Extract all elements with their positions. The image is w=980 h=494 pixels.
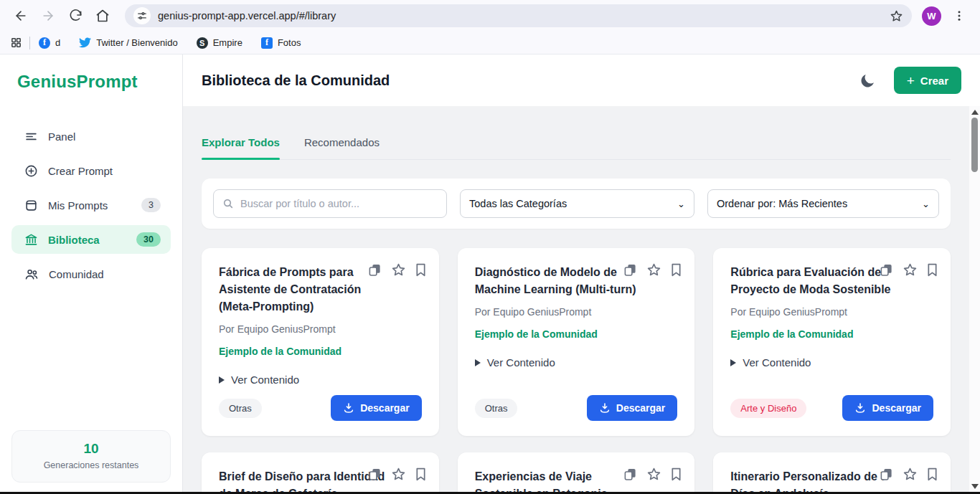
apps-grid-icon[interactable] (10, 37, 22, 49)
download-label: Descargar (360, 402, 410, 414)
tab-recomendados[interactable]: Recomendados (304, 136, 380, 159)
copy-icon[interactable] (368, 467, 382, 481)
download-icon (854, 402, 866, 414)
count-badge: 3 (141, 198, 161, 212)
url-text[interactable]: genius-prompt-app.vercel.app/#/library (158, 10, 890, 22)
bookmark-icon[interactable] (927, 263, 938, 277)
star-icon[interactable] (646, 467, 661, 482)
view-content-toggle[interactable]: Ver Contenido (730, 356, 933, 369)
bookmark-item-twitter[interactable]: Twitter / Bienvenido (79, 37, 177, 48)
copy-icon[interactable] (368, 263, 382, 277)
create-button[interactable]: + Crear (894, 67, 961, 94)
category-chip: Arte y Diseño (730, 399, 806, 418)
home-icon (95, 9, 110, 23)
bookmark-icon[interactable] (415, 263, 426, 277)
forward-arrow-icon (41, 9, 55, 23)
dark-mode-toggle[interactable] (858, 70, 878, 90)
kebab-menu-icon (953, 9, 966, 22)
card-title: Itinerario Personalizado de 7 Días en An… (730, 468, 904, 494)
scrollbar-thumb[interactable] (971, 118, 978, 172)
sidebar-item-label: Biblioteca (48, 234, 126, 246)
reload-icon (69, 9, 83, 23)
download-label: Descargar (872, 402, 921, 414)
category-select[interactable]: Todas las Categorías ⌄ (460, 189, 694, 218)
generations-label: Generaciones restantes (19, 460, 163, 470)
users-icon (24, 267, 39, 281)
prompt-card: Experiencias de Viaje Sostenible en Pata… (458, 452, 695, 494)
reload-button[interactable] (64, 4, 87, 27)
star-icon[interactable] (391, 467, 406, 482)
bookmark-item-d[interactable]: f d (39, 37, 60, 49)
card-author: Por Equipo GeniusPrompt (219, 323, 422, 335)
sidebar-item-comunidad[interactable]: Comunidad (11, 260, 171, 288)
library-icon (24, 233, 38, 247)
card-title-line: Experiencias de Viaje (475, 468, 649, 485)
copy-icon[interactable] (880, 263, 893, 277)
star-icon[interactable] (903, 262, 918, 277)
prompt-card: Fábrica de Prompts para Asistente de Con… (202, 248, 439, 436)
copy-icon[interactable] (880, 467, 893, 481)
view-content-label: Ver Contenido (743, 356, 811, 369)
bookmarks-separator (29, 37, 30, 49)
card-title: Diagnóstico de Modelo de Machine Learnin… (475, 264, 649, 298)
download-icon (343, 402, 354, 414)
card-tag-link[interactable]: Ejemplo de la Comunidad (219, 346, 422, 357)
sidebar-nav: Panel Crear Prompt Mis Prompts 3 Bibliot… (11, 122, 171, 288)
download-button[interactable]: Descargar (842, 395, 933, 421)
search-box[interactable] (213, 189, 447, 218)
sidebar-item-biblioteca[interactable]: Biblioteca 30 (11, 225, 171, 254)
prompt-card: Diagnóstico de Modelo de Machine Learnin… (458, 248, 695, 436)
vertical-scrollbar[interactable] (969, 106, 980, 494)
sidebar-item-panel[interactable]: Panel (11, 122, 171, 151)
bookmark-icon[interactable] (671, 467, 682, 481)
card-tag-link[interactable]: Ejemplo de la Comunidad (475, 328, 678, 340)
browser-menu-button[interactable] (948, 4, 971, 27)
bookmark-label: d (55, 37, 60, 48)
bookmark-item-fotos[interactable]: f Fotos (261, 37, 301, 49)
star-icon[interactable] (391, 262, 406, 277)
home-button[interactable] (91, 4, 114, 27)
view-content-toggle[interactable]: Ver Contenido (475, 356, 678, 369)
count-badge: 30 (136, 232, 161, 247)
download-button[interactable]: Descargar (331, 395, 422, 421)
address-bar[interactable]: genius-prompt-app.vercel.app/#/library (125, 4, 912, 27)
site-settings-icon[interactable] (133, 7, 151, 24)
star-icon[interactable] (903, 467, 918, 482)
copy-icon[interactable] (623, 263, 637, 277)
sort-select-value: Ordenar por: Más Recientes (717, 198, 922, 209)
sidebar: GeniusPrompt Panel Crear Prompt Mis Prom… (0, 54, 183, 494)
sidebar-item-label: Mis Prompts (48, 199, 131, 212)
app-window: GeniusPrompt Panel Crear Prompt Mis Prom… (0, 54, 980, 494)
copy-icon[interactable] (623, 467, 637, 481)
card-author: Por Equipo GeniusPrompt (475, 306, 678, 318)
bookmark-icon[interactable] (927, 467, 938, 481)
prompt-card: Rúbrica para Evaluación de Proyecto de M… (713, 248, 951, 436)
bookmark-star-icon[interactable] (890, 9, 903, 23)
main-area: Biblioteca de la Comunidad + Crear Explo… (183, 54, 980, 494)
bookmark-icon[interactable] (415, 467, 426, 481)
facebook-square-icon: f (261, 37, 273, 49)
sidebar-item-crear-prompt[interactable]: Crear Prompt (11, 156, 171, 185)
bookmark-item-empire[interactable]: S Empire (197, 37, 242, 49)
card-title-line: Itinerario Personalizado de 7 (730, 468, 904, 485)
triangle-right-icon (219, 376, 225, 384)
bookmark-label: Empire (213, 37, 242, 48)
box-icon (24, 199, 38, 212)
search-input[interactable] (240, 198, 438, 209)
sort-select[interactable]: Ordenar por: Más Recientes ⌄ (707, 189, 939, 218)
profile-avatar[interactable]: W (922, 6, 941, 26)
scroll-down-arrow[interactable] (971, 484, 979, 489)
tab-explorar-todos[interactable]: Explorar Todos (202, 136, 280, 159)
forward-button[interactable] (37, 4, 60, 27)
category-select-value: Todas las Categorías (469, 198, 677, 209)
bookmark-label: Twitter / Bienvenido (96, 37, 177, 48)
card-tag-link[interactable]: Ejemplo de la Comunidad (730, 328, 933, 340)
sidebar-item-mis-prompts[interactable]: Mis Prompts 3 (11, 191, 171, 219)
library-content: Explorar Todos Recomendados Todas las Ca… (183, 106, 980, 494)
view-content-toggle[interactable]: Ver Contenido (219, 374, 422, 386)
scroll-up-arrow[interactable] (971, 110, 979, 115)
star-icon[interactable] (646, 262, 661, 277)
back-button[interactable] (9, 4, 32, 27)
bookmark-icon[interactable] (671, 263, 682, 277)
download-button[interactable]: Descargar (587, 395, 678, 421)
